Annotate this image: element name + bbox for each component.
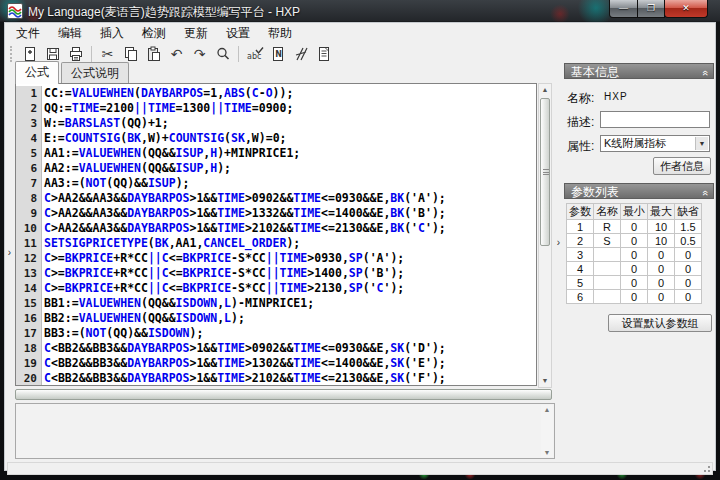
menu-item[interactable]: 帮助 — [259, 24, 301, 43]
code-line[interactable]: 17BB3:=(NOT(QQ)&&ISDOWN); — [16, 326, 536, 341]
code-line[interactable]: 2QQ:=TIME=2100||TIME=1300||TIME=0900; — [16, 101, 536, 116]
code-line[interactable]: 14C>=BKPRICE+R*CC||C<=BKPRICE-S*CC||TIME… — [16, 281, 536, 296]
line-number: 19 — [16, 356, 42, 371]
param-cell[interactable]: 5 — [567, 276, 594, 290]
param-cell[interactable]: 3 — [567, 248, 594, 262]
scroll-down-icon[interactable]: ▼ — [539, 375, 551, 387]
param-cell[interactable]: 0 — [675, 248, 702, 262]
collapse-chevron-icon[interactable]: « — [697, 70, 713, 76]
spell-check-icon[interactable]: abc — [243, 44, 266, 64]
param-cell[interactable]: 1.5 — [675, 220, 702, 234]
chevron-down-icon[interactable]: ▼ — [695, 137, 708, 150]
collapse-chevron-icon[interactable]: « — [697, 190, 713, 196]
code-line[interactable]: 20C<BB2&&BB3&&DAYBARPOS>1&&TIME>2102&&TI… — [16, 371, 536, 386]
cut-icon[interactable]: ✂ — [96, 44, 119, 64]
param-cell[interactable] — [594, 276, 621, 290]
copy-icon[interactable] — [119, 44, 142, 64]
editor-horizontal-scrollbar[interactable] — [15, 389, 552, 400]
param-cell[interactable]: 0 — [648, 262, 675, 276]
code-line[interactable]: 12C>=BKPRICE+R*CC||C<=BKPRICE-S*CC||TIME… — [16, 251, 536, 266]
param-cell[interactable]: 6 — [567, 290, 594, 304]
code-text: C<BB2&&BB3&&DAYBARPOS>1&&TIME>1302&&TIME… — [42, 356, 446, 371]
code-editor[interactable]: 1CC:=VALUEWHEN(DAYBARPOS=1,ABS(C-O));2QQ… — [15, 83, 537, 386]
menu-item[interactable]: 编辑 — [49, 24, 91, 43]
title-bar[interactable]: My Language(麦语言)趋势跟踪模型编写平台 - HXP — ❐ ✕ — [0, 0, 720, 22]
scroll-up-icon[interactable]: ▲ — [541, 406, 553, 413]
code-line[interactable]: 4E:=COUNTSIG(BK,W)+COUNTSIG(SK,W)=0; — [16, 131, 536, 146]
code-line[interactable]: 8C>AA2&&AA3&&DAYBARPOS>1&&TIME>0902&&TIM… — [16, 191, 536, 206]
set-default-params-button[interactable]: 设置默认参数组 — [608, 314, 712, 332]
scroll-down-icon[interactable]: ▼ — [541, 449, 553, 456]
code-line[interactable]: 13C>=BKPRICE+R*CC||C<=BKPRICE-S*CC||TIME… — [16, 266, 536, 281]
menu-item[interactable]: 文件 — [7, 24, 49, 43]
code-line[interactable]: 16BB2:=VALUEWHEN(QQ&&ISDOWN,L); — [16, 311, 536, 326]
editor-vertical-scrollbar[interactable]: ▲ ▼ — [538, 83, 552, 388]
menu-item[interactable]: 设置 — [217, 24, 259, 43]
menu-item[interactable]: 检测 — [133, 24, 175, 43]
close-button[interactable]: ✕ — [664, 0, 708, 18]
param-cell[interactable]: 0 — [675, 262, 702, 276]
undo-icon[interactable]: ↶ — [165, 44, 188, 64]
param-cell[interactable]: 0 — [621, 276, 648, 290]
param-cell[interactable] — [594, 290, 621, 304]
param-cell[interactable]: R — [594, 220, 621, 234]
param-cell[interactable]: 0 — [621, 234, 648, 248]
param-cell[interactable]: 0 — [675, 290, 702, 304]
line-number: 5 — [16, 146, 42, 161]
code-line[interactable]: 6AA2:=VALUEWHEN(QQ&&ISUP,H); — [16, 161, 536, 176]
basic-info-header[interactable]: 基本信息 « — [564, 63, 714, 79]
param-cell[interactable]: 0.5 — [675, 234, 702, 248]
maximize-button[interactable]: ❐ — [637, 0, 665, 18]
param-cell[interactable]: 0 — [621, 220, 648, 234]
param-cell[interactable]: 0 — [675, 276, 702, 290]
param-cell[interactable]: S — [594, 234, 621, 248]
code-line[interactable]: 1CC:=VALUEWHEN(DAYBARPOS=1,ABS(C-O)); — [16, 86, 536, 101]
output-scrollbar[interactable]: ▲ ▼ — [541, 405, 553, 457]
tab-formula-description[interactable]: 公式说明 — [61, 62, 129, 84]
param-cell[interactable]: 0 — [648, 248, 675, 262]
scroll-up-icon[interactable]: ▲ — [539, 84, 551, 96]
code-line[interactable]: 9C>AA2&&AA3&&DAYBARPOS>1&&TIME>1332&&TIM… — [16, 206, 536, 221]
code-line[interactable]: 15BB1:=VALUEWHEN(QQ&&ISDOWN,L)-MINPRICE1… — [16, 296, 536, 311]
report-icon[interactable] — [312, 44, 335, 64]
param-cell[interactable]: 1 — [567, 220, 594, 234]
code-line[interactable]: 11SETSIGPRICETYPE(BK,AA1,CANCEL_ORDER); — [16, 236, 536, 251]
param-cell[interactable]: 0 — [648, 276, 675, 290]
paste-icon[interactable] — [142, 44, 165, 64]
code-line[interactable]: 10C>AA2&&AA3&&DAYBARPOS>1&&TIME>2102&&TI… — [16, 221, 536, 236]
pen-icon[interactable] — [289, 44, 312, 64]
attribute-dropdown[interactable]: K线附属指标 ▼ — [600, 135, 710, 152]
code-line[interactable]: 19C<BB2&&BB3&&DAYBARPOS>1&&TIME>1302&&TI… — [16, 356, 536, 371]
code-text: BB3:=(NOT(QQ)&&ISDOWN); — [42, 326, 203, 341]
param-cell[interactable]: 0 — [621, 262, 648, 276]
right-panel-collapse-handle[interactable]: › — [554, 231, 563, 255]
param-list-header[interactable]: 参数列表 « — [564, 183, 714, 199]
menu-item[interactable]: 插入 — [91, 24, 133, 43]
code-line[interactable]: 5AA1:=VALUEWHEN(QQ&&ISUP,H)+MINPRICE1; — [16, 146, 536, 161]
param-cell[interactable]: 10 — [648, 234, 675, 248]
insert-doc-icon[interactable]: N — [266, 44, 289, 64]
param-cell[interactable]: 0 — [621, 290, 648, 304]
resize-grip[interactable] — [701, 463, 711, 473]
scrollbar-thumb[interactable] — [540, 98, 550, 246]
print-icon[interactable] — [64, 44, 87, 64]
param-cell[interactable]: 0 — [648, 290, 675, 304]
redo-icon[interactable]: ↷ — [188, 44, 211, 64]
param-cell[interactable]: 4 — [567, 262, 594, 276]
param-cell[interactable]: 0 — [621, 248, 648, 262]
code-line[interactable]: 7AA3:=(NOT(QQ)&&ISUP); — [16, 176, 536, 191]
description-input[interactable] — [600, 111, 710, 128]
code-line[interactable]: 18C<BB2&&BB3&&DAYBARPOS>1&&TIME>0902&&TI… — [16, 341, 536, 356]
menu-item[interactable]: 更新 — [175, 24, 217, 43]
param-cell[interactable]: 2 — [567, 234, 594, 248]
author-info-button[interactable]: 作者信息 — [653, 157, 711, 175]
left-panel-expand-handle[interactable]: › — [5, 241, 14, 265]
toolbar-grip[interactable] — [10, 46, 14, 62]
code-line[interactable]: 3W:=BARSLAST(QQ)+1; — [16, 116, 536, 131]
param-cell[interactable] — [594, 248, 621, 262]
search-icon[interactable] — [211, 44, 234, 64]
param-cell[interactable]: 10 — [648, 220, 675, 234]
minimize-button[interactable]: — — [609, 0, 638, 18]
tab-formula[interactable]: 公式 — [15, 61, 59, 84]
param-cell[interactable] — [594, 262, 621, 276]
